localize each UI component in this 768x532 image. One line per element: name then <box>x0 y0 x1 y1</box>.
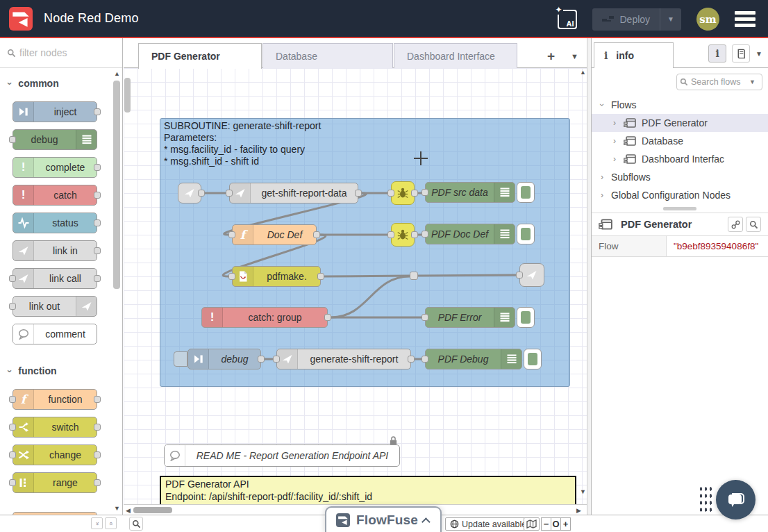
input-port[interactable] <box>228 273 235 280</box>
node-link-out[interactable] <box>519 263 544 287</box>
node-debug-inject[interactable]: debug <box>187 349 261 369</box>
search-flows-box[interactable]: ▼ <box>676 74 762 90</box>
palette-node-catch[interactable]: ! catch <box>12 185 97 206</box>
input-port[interactable] <box>9 275 16 282</box>
output-port[interactable] <box>94 247 101 254</box>
sidebar-options-caret[interactable]: ▼ <box>756 50 762 58</box>
debug-enable-toggle[interactable] <box>517 224 535 244</box>
input-port[interactable] <box>387 231 394 238</box>
palette-scrollbar[interactable]: ▲ ▼ <box>113 71 120 512</box>
update-available-button[interactable]: Update available <box>445 517 531 531</box>
input-port[interactable] <box>421 189 428 196</box>
output-port[interactable] <box>355 190 362 197</box>
output-port[interactable] <box>411 231 418 238</box>
output-port[interactable] <box>94 192 101 199</box>
api-note-group[interactable]: PDF Generator API Endpoint: /api/shift-r… <box>160 476 576 504</box>
zoom-out-button[interactable]: − <box>541 517 551 531</box>
input-port[interactable] <box>9 396 16 403</box>
input-port[interactable] <box>387 190 394 197</box>
output-port[interactable] <box>198 190 205 197</box>
tree-flows-root[interactable]: › Flows <box>592 96 768 114</box>
node-pdf-debug[interactable]: PDF Debug <box>425 349 522 369</box>
zoom-in-button[interactable]: + <box>560 517 571 531</box>
output-port[interactable] <box>94 396 101 403</box>
node-pdf-src-data[interactable]: PDF src data <box>425 182 515 203</box>
node-link-in[interactable] <box>178 183 201 203</box>
info-panel-splitter[interactable] <box>592 204 768 213</box>
output-port[interactable] <box>94 219 101 226</box>
palette-node-function[interactable]: f function <box>12 389 97 410</box>
output-port[interactable] <box>408 356 415 363</box>
node-get-shift-report-data[interactable]: get-shift-report-data <box>229 183 358 203</box>
node-pdf-error[interactable]: PDF Error <box>425 307 515 328</box>
scroll-up-icon[interactable]: ▲ <box>114 71 120 77</box>
node-doc-def[interactable]: f Doc Def <box>232 224 317 245</box>
input-port[interactable] <box>273 356 280 363</box>
flowfuse-panel-button[interactable]: FlowFuse <box>325 506 442 532</box>
tab-dashboard-interface[interactable]: Dashboard Interface <box>394 43 517 68</box>
input-port[interactable] <box>9 424 16 431</box>
palette-node-status[interactable]: status <box>12 213 97 233</box>
palette-node-change[interactable]: change <box>12 444 97 465</box>
palette-node-range[interactable]: range <box>12 472 97 493</box>
canvas-scroll-left-icon[interactable]: ◀ <box>126 508 131 514</box>
canvas-hscroll-thumb[interactable] <box>133 507 172 513</box>
output-port[interactable] <box>94 451 101 458</box>
output-port[interactable] <box>94 479 101 486</box>
tab-database[interactable]: Database <box>262 43 393 68</box>
ai-assistant-button[interactable]: ✦ AI <box>558 10 577 29</box>
palette-filter-input[interactable] <box>6 44 117 62</box>
sidebar-tab-info[interactable]: i info <box>594 42 674 68</box>
palette-node-switch[interactable]: switch <box>12 417 97 438</box>
debug-enable-toggle[interactable] <box>517 182 535 203</box>
node-debugger-breakpoint-2[interactable] <box>391 223 415 247</box>
debug-enable-toggle[interactable] <box>517 307 535 328</box>
palette-node-link-call[interactable]: link call <box>12 268 97 289</box>
output-port[interactable] <box>317 273 324 280</box>
tree-item-pdf-generator[interactable]: › PDF Generator <box>592 114 768 132</box>
input-port[interactable] <box>9 479 16 486</box>
tree-subflows[interactable]: › Subflows <box>592 168 768 186</box>
wire-junction[interactable] <box>410 272 418 280</box>
tree-global-config[interactable]: › Global Configuration Nodes <box>592 186 768 204</box>
chat-widget-button[interactable] <box>716 480 756 519</box>
add-flow-button[interactable]: + <box>547 49 555 64</box>
widget-drag-handle-dots[interactable] <box>699 485 712 513</box>
flow-canvas[interactable]: SUBROUTINE: generate-shift-report Parame… <box>124 68 587 504</box>
tab-pdf-generator[interactable]: PDF Generator <box>138 43 262 69</box>
node-pdf-doc-def[interactable]: PDF Doc Def <box>425 224 515 244</box>
canvas-vscroll-thumb[interactable] <box>124 78 131 113</box>
inject-button[interactable] <box>174 351 187 367</box>
input-port[interactable] <box>9 451 16 458</box>
palette-category-common[interactable]: › common <box>0 68 122 94</box>
flow-list-caret[interactable]: ▼ <box>571 52 578 60</box>
deploy-options-caret[interactable]: ▼ <box>660 8 681 31</box>
node-catch-group[interactable]: ! catch: group <box>201 307 328 328</box>
main-menu-button[interactable] <box>735 11 756 27</box>
input-port[interactable] <box>421 231 428 238</box>
node-generate-shift-report[interactable]: generate-shift-report <box>276 349 411 369</box>
find-flow-button[interactable] <box>746 217 761 232</box>
palette-node-complete[interactable]: ! complete <box>12 157 97 178</box>
input-port[interactable] <box>226 190 233 197</box>
canvas-scroll-down-icon[interactable]: ▼ <box>580 489 586 495</box>
footer-search-button[interactable] <box>129 517 143 531</box>
input-port[interactable] <box>228 231 235 238</box>
collapse-palette-categories-button[interactable]: « <box>91 517 103 529</box>
input-port[interactable] <box>421 314 428 321</box>
info-tool-button[interactable]: i <box>708 44 726 63</box>
input-port[interactable] <box>516 272 523 279</box>
palette-category-function[interactable]: › function <box>0 356 122 382</box>
output-port[interactable] <box>94 108 101 115</box>
canvas-scroll-right-icon[interactable]: ▶ <box>576 508 581 514</box>
scroll-down-icon[interactable]: ▼ <box>114 506 120 512</box>
node-pdfmake[interactable]: pdfmake. <box>232 266 321 287</box>
search-flows-input[interactable] <box>691 77 749 87</box>
output-port[interactable] <box>94 424 101 431</box>
expand-palette-categories-button[interactable]: « <box>105 517 117 529</box>
palette-scroll-thumb[interactable] <box>113 81 120 289</box>
input-port[interactable] <box>9 303 16 310</box>
canvas-scroll-up-icon[interactable]: ▲ <box>580 69 586 76</box>
debug-enable-toggle[interactable] <box>524 349 542 369</box>
palette-node-link-in[interactable]: link in <box>12 240 97 261</box>
